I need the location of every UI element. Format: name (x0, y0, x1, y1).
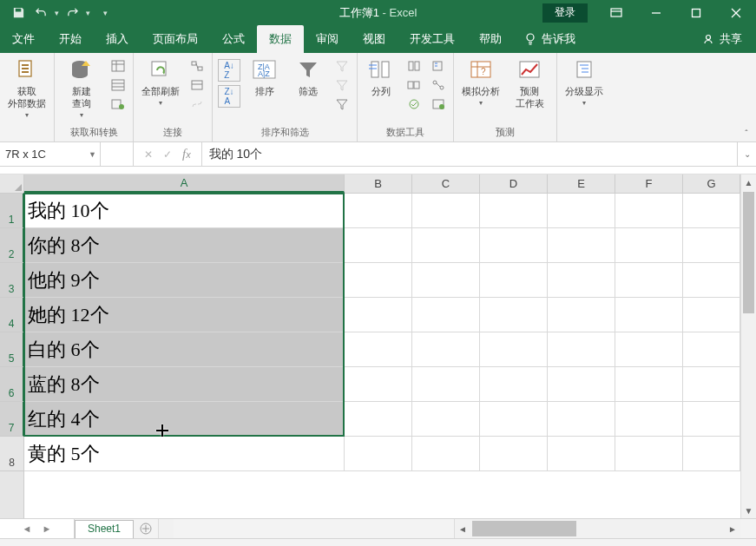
cell-B4[interactable] (345, 298, 412, 332)
select-all-corner[interactable] (0, 174, 24, 194)
redo-icon[interactable] (61, 0, 83, 25)
col-header-F[interactable]: F (615, 174, 683, 193)
add-sheet-button[interactable] (134, 519, 158, 538)
cell-A2[interactable]: 你的 8个 (24, 228, 345, 262)
cell-E2[interactable] (548, 228, 615, 262)
cell-E6[interactable] (548, 367, 615, 401)
cell-C7[interactable] (412, 402, 480, 436)
ribbon-display-icon[interactable] (596, 0, 636, 25)
data-validation-icon[interactable] (404, 95, 424, 113)
col-header-D[interactable]: D (480, 174, 548, 193)
collapse-ribbon-icon[interactable]: ˆ (740, 128, 753, 140)
cell-E5[interactable] (548, 332, 615, 366)
cell-B2[interactable] (345, 228, 412, 262)
properties-icon[interactable] (187, 76, 207, 94)
row-header-5[interactable]: 5 (0, 332, 24, 367)
clear-filter-icon[interactable] (332, 57, 352, 75)
col-header-B[interactable]: B (345, 174, 412, 193)
cell-C1[interactable] (412, 194, 480, 227)
cell-F3[interactable] (615, 263, 683, 297)
cell-A3[interactable]: 他的 9个 (24, 263, 345, 297)
name-box[interactable]: 7R x 1C ▼ (0, 142, 101, 166)
hscroll-thumb[interactable] (472, 521, 576, 536)
text-to-columns-button[interactable]: 分列 (363, 56, 399, 97)
cell-D4[interactable] (480, 298, 548, 332)
cell-A5[interactable]: 白的 6个 (24, 332, 345, 366)
hscroll-right-icon[interactable]: ► (725, 524, 740, 534)
outline-button[interactable]: 分级显示▾ (562, 56, 606, 109)
tell-me[interactable]: 告诉我 (514, 25, 586, 53)
cell-D2[interactable] (480, 228, 548, 262)
cell-E8[interactable] (548, 437, 615, 470)
what-if-button[interactable]: ? 模拟分析▾ (459, 56, 503, 109)
recent-sources-icon[interactable] (108, 95, 128, 113)
row-header-1[interactable]: 1 (0, 194, 24, 228)
new-query-button[interactable]: 新建 查询▾ (60, 56, 103, 122)
cell-F6[interactable] (615, 367, 683, 401)
cell-B5[interactable] (345, 332, 412, 366)
filter-button[interactable]: 筛选 (289, 56, 327, 97)
save-icon[interactable] (7, 0, 30, 25)
tab-home[interactable]: 开始 (47, 25, 94, 53)
cell-D5[interactable] (480, 332, 548, 366)
cell-D7[interactable] (480, 402, 548, 436)
cells-area[interactable]: 我的 10个你的 8个他的 9个她的 12个白的 6个蓝的 8个红的 4个黄的 … (24, 194, 740, 518)
cell-D1[interactable] (480, 194, 548, 227)
cell-F4[interactable] (615, 298, 683, 332)
cell-A1[interactable]: 我的 10个 (24, 194, 345, 227)
connections-icon[interactable] (187, 57, 207, 75)
cell-B7[interactable] (345, 402, 412, 436)
cell-G4[interactable] (683, 298, 740, 332)
row-header-2[interactable]: 2 (0, 228, 24, 263)
scroll-up-icon[interactable]: ▲ (741, 174, 756, 190)
cell-A8[interactable]: 黄的 5个 (24, 437, 345, 470)
cell-F2[interactable] (615, 228, 683, 262)
edit-links-icon[interactable] (187, 95, 207, 113)
sort-asc-icon[interactable]: A↓Z (218, 59, 240, 82)
cell-C5[interactable] (412, 332, 480, 366)
cell-E3[interactable] (548, 263, 615, 297)
cell-C6[interactable] (412, 367, 480, 401)
tab-review[interactable]: 审阅 (304, 25, 351, 53)
flash-fill-icon[interactable] (404, 57, 424, 75)
remove-duplicates-icon[interactable] (404, 76, 424, 94)
sort-desc-icon[interactable]: Z↓A (218, 85, 240, 108)
login-button[interactable]: 登录 (542, 3, 588, 23)
cell-G3[interactable] (683, 263, 740, 297)
cell-A6[interactable]: 蓝的 8个 (24, 367, 345, 401)
sheet-next-icon[interactable]: ► (43, 523, 52, 534)
sort-button[interactable]: Z|AA|Z 排序 (246, 56, 284, 97)
cell-C4[interactable] (412, 298, 480, 332)
cell-C8[interactable] (412, 437, 480, 470)
cell-D3[interactable] (480, 263, 548, 297)
cell-F5[interactable] (615, 332, 683, 366)
forecast-sheet-button[interactable]: 预测 工作表 (508, 56, 551, 109)
vertical-scrollbar[interactable]: ▲ ▼ (740, 174, 756, 518)
cell-G2[interactable] (683, 228, 740, 262)
col-header-E[interactable]: E (548, 174, 615, 193)
cell-B3[interactable] (345, 263, 412, 297)
tab-help[interactable]: 帮助 (467, 25, 514, 53)
cell-G5[interactable] (683, 332, 740, 366)
cell-G7[interactable] (683, 402, 740, 436)
cell-F8[interactable] (615, 437, 683, 470)
row-header-8[interactable]: 8 (0, 437, 23, 471)
cancel-formula-icon[interactable]: ✕ (144, 148, 153, 161)
vscroll-thumb[interactable] (743, 192, 754, 313)
tab-dev[interactable]: 开发工具 (398, 25, 467, 53)
share-button[interactable]: 共享 (688, 25, 756, 53)
get-external-data-button[interactable]: 获取 外部数据▾ (5, 56, 49, 122)
name-box-dropdown-icon[interactable]: ▼ (89, 150, 96, 159)
cell-C3[interactable] (412, 263, 480, 297)
advanced-filter-icon[interactable] (332, 95, 352, 113)
refresh-all-button[interactable]: 全部刷新▾ (139, 56, 182, 109)
cell-D8[interactable] (480, 437, 548, 470)
tab-view[interactable]: 视图 (351, 25, 398, 53)
accept-formula-icon[interactable]: ✓ (163, 148, 172, 161)
cell-F7[interactable] (615, 402, 683, 436)
reapply-icon[interactable] (332, 76, 352, 94)
sheet-nav[interactable]: ◄ ► (0, 519, 75, 538)
col-header-G[interactable]: G (683, 174, 740, 193)
maximize-icon[interactable] (676, 0, 716, 25)
cell-C2[interactable] (412, 228, 480, 262)
